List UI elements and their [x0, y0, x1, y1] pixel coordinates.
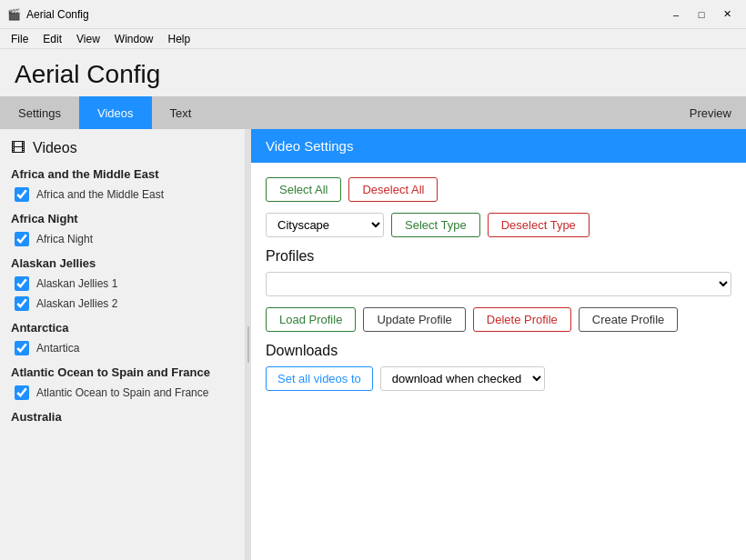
menu-file[interactable]: File [4, 31, 35, 46]
set-all-row: Set all videos to download when checked … [266, 366, 731, 391]
profile-buttons-row: Load Profile Update Profile Delete Profi… [266, 307, 731, 332]
list-item[interactable]: Alaskan Jellies 2 [11, 294, 234, 314]
create-profile-button[interactable]: Create Profile [579, 307, 678, 332]
section-australia: Australia [11, 410, 234, 424]
section-atlantic: Atlantic Ocean to Spain and France [11, 365, 234, 379]
deselect-all-button[interactable]: Deselect All [348, 177, 438, 202]
section-antarctica: Antarctica [11, 321, 234, 335]
profiles-dropdown[interactable] [266, 272, 731, 296]
list-item[interactable]: Africa Night [11, 229, 234, 249]
main-layout: 🎞 Videos Africa and the Middle East Afri… [0, 129, 746, 560]
checkbox-alaskan-jellies-1[interactable] [15, 276, 29, 291]
section-alaskan-jellies: Alaskan Jellies [11, 256, 234, 270]
checkbox-antartica[interactable] [15, 341, 29, 355]
list-item[interactable]: Antartica [11, 338, 234, 358]
menu-window[interactable]: Window [107, 31, 161, 46]
titlebar-title: Aerial Config [26, 8, 89, 21]
profiles-title: Profiles [266, 248, 731, 265]
minimize-button[interactable]: – [664, 5, 688, 25]
download-dropdown[interactable]: download when checked always download ne… [380, 366, 545, 391]
checkbox-label-africa-middle-east: Africa and the Middle East [36, 188, 164, 201]
checkbox-label-africa-night: Africa Night [36, 233, 93, 245]
content-header: Video Settings [251, 129, 746, 163]
content-area: Video Settings Select All Deselect All C… [251, 129, 746, 560]
section-africa-middle-east: Africa and the Middle East [11, 167, 234, 181]
select-type-button[interactable]: Select Type [391, 213, 480, 237]
divider-line [247, 326, 249, 363]
tabbar: Settings Videos Text Preview [0, 96, 746, 129]
select-all-button[interactable]: Select All [266, 177, 341, 202]
menu-edit[interactable]: Edit [35, 31, 69, 46]
checkbox-label-atlantic: Atlantic Ocean to Spain and France [36, 386, 208, 399]
list-item[interactable]: Alaskan Jellies 1 [11, 274, 234, 294]
checkbox-label-alaskan-jellies-2: Alaskan Jellies 2 [36, 297, 117, 310]
downloads-title: Downloads [266, 343, 731, 359]
menu-view[interactable]: View [69, 31, 107, 46]
menubar: File Edit View Window Help [0, 29, 746, 49]
titlebar: 🎬 Aerial Config – □ ✕ [0, 0, 746, 29]
tab-text[interactable]: Text [152, 96, 210, 129]
checkbox-atlantic[interactable] [15, 385, 29, 400]
select-all-row: Select All Deselect All [266, 177, 731, 202]
checkbox-label-antartica: Antartica [36, 342, 79, 355]
section-africa-night: Africa Night [11, 212, 234, 225]
videos-icon: 🎞 [11, 140, 25, 156]
sidebar-title: 🎞 Videos [11, 140, 234, 156]
menu-help[interactable]: Help [161, 31, 198, 46]
load-profile-button[interactable]: Load Profile [266, 307, 356, 332]
type-row: Cityscape Nature Seascape Space Select T… [266, 213, 731, 237]
checkbox-alaskan-jellies-2[interactable] [15, 296, 29, 311]
delete-profile-button[interactable]: Delete Profile [473, 307, 571, 332]
list-item[interactable]: Atlantic Ocean to Spain and France [11, 383, 234, 403]
deselect-type-button[interactable]: Deselect Type [488, 213, 590, 237]
list-item[interactable]: Africa and the Middle East [11, 185, 234, 205]
sidebar: 🎞 Videos Africa and the Middle East Afri… [0, 129, 246, 560]
checkbox-africa-middle-east[interactable] [15, 187, 29, 202]
content-body: Select All Deselect All Cityscape Nature… [251, 163, 746, 405]
tab-videos[interactable]: Videos [79, 96, 152, 129]
set-all-button[interactable]: Set all videos to [266, 366, 373, 391]
tab-preview[interactable]: Preview [675, 96, 746, 129]
update-profile-button[interactable]: Update Profile [363, 307, 465, 332]
close-button[interactable]: ✕ [715, 5, 739, 25]
titlebar-controls: – □ ✕ [664, 5, 739, 25]
type-dropdown[interactable]: Cityscape Nature Seascape Space [266, 213, 384, 237]
checkbox-africa-night[interactable] [15, 232, 29, 246]
app-icon: 🎬 [7, 8, 21, 21]
tab-settings[interactable]: Settings [0, 96, 79, 129]
checkbox-label-alaskan-jellies-1: Alaskan Jellies 1 [36, 277, 117, 290]
maximize-button[interactable]: □ [690, 5, 713, 25]
titlebar-left: 🎬 Aerial Config [7, 8, 89, 21]
app-title: Aerial Config [0, 49, 746, 96]
